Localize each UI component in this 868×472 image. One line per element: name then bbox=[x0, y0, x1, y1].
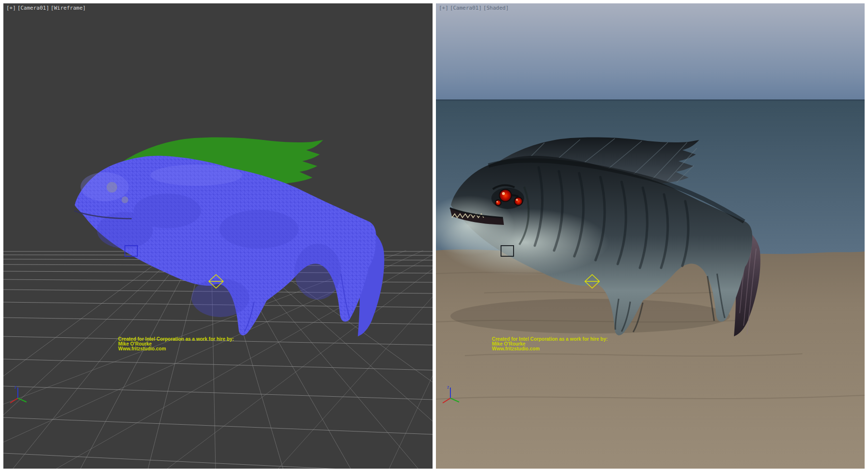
scene-credit-text: Created for Intel Corporation as a work … bbox=[118, 337, 234, 351]
viewport-menu-general[interactable]: [+] bbox=[6, 5, 16, 11]
scene-wireframe bbox=[3, 3, 433, 469]
credit-line: Www.fritzstudio.com bbox=[492, 347, 608, 351]
sky bbox=[436, 3, 865, 101]
world-axis-tripod: z bbox=[440, 383, 462, 405]
viewport-menu-pov[interactable]: [Camera01] bbox=[17, 5, 49, 11]
viewport-shaded[interactable]: [+][Camera01][Shaded] bbox=[436, 3, 865, 469]
world-axis-tripod: z bbox=[7, 383, 29, 405]
scene-credit-text: Created for Intel Corporation as a work … bbox=[492, 337, 608, 351]
viewport-menu-shading[interactable]: [Wireframe] bbox=[51, 5, 86, 11]
viewport-label: [+][Camera01][Wireframe] bbox=[6, 5, 87, 11]
credit-line: Www.fritzstudio.com bbox=[118, 347, 234, 351]
fish-ground-shadow bbox=[450, 299, 730, 333]
viewport-menu-shading[interactable]: [Shaded] bbox=[483, 5, 509, 11]
viewport-menu-pov[interactable]: [Camera01] bbox=[450, 5, 482, 11]
viewport-wireframe[interactable]: [+][Camera01][Wireframe] bbox=[3, 3, 433, 469]
horizon-line bbox=[436, 99, 865, 101]
viewport-menu-general[interactable]: [+] bbox=[439, 5, 448, 11]
axis-z-label: z bbox=[447, 385, 449, 389]
axis-z-label: z bbox=[14, 385, 17, 389]
scene-shaded bbox=[436, 3, 865, 469]
app-canvas: [+][Camera01][Wireframe] bbox=[0, 0, 868, 472]
viewport-label: [+][Camera01][Shaded] bbox=[439, 5, 510, 11]
